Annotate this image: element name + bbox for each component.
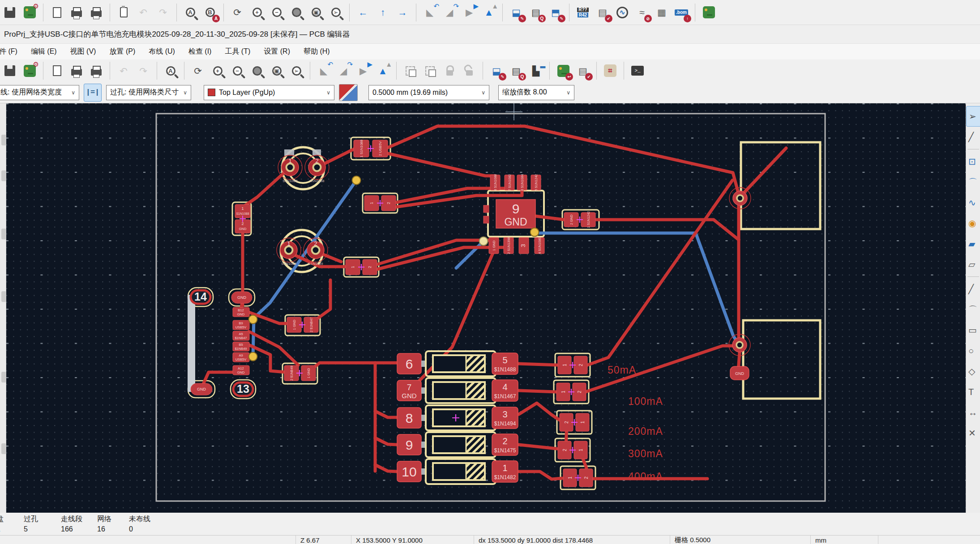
label-100mA[interactable]: 100mA (628, 395, 663, 407)
menu-place[interactable]: 放置 (P) (103, 44, 142, 60)
zoom-out-icon[interactable]: − (229, 62, 246, 79)
plot-icon[interactable] (88, 62, 105, 79)
zoom-fit-icon[interactable] (248, 62, 265, 79)
draw-circle-icon[interactable]: ○ (966, 340, 980, 361)
new-page-icon[interactable] (48, 4, 65, 21)
ratsnest-icon[interactable]: ⌗ (602, 62, 619, 79)
flip-horizontal-icon[interactable]: ▶▶ (461, 4, 478, 21)
highlight-net-icon[interactable]: ⊡ (966, 151, 980, 172)
undo-icon[interactable]: ↶ (115, 62, 132, 79)
find-replace-icon[interactable]: BA (201, 4, 218, 21)
draw-rect-icon[interactable]: ▭ (966, 320, 980, 340)
page-settings-icon[interactable] (48, 62, 65, 79)
rule-area-icon[interactable]: ▱ (966, 254, 980, 275)
zoom-objects-icon[interactable]: ▣ (268, 62, 285, 79)
rotate-cw-icon[interactable]: ◢↷ (335, 62, 352, 79)
via-size-select[interactable]: 过孔: 使用网络类尺寸 ∨ (106, 85, 191, 100)
menu-help[interactable]: 帮助 (H) (297, 44, 337, 60)
label-300mA[interactable]: 300mA (628, 448, 663, 459)
delete-tool-icon[interactable]: ✕ (966, 423, 980, 443)
flip-vertical-icon[interactable]: ▲▲ (480, 4, 497, 21)
nav-left-icon[interactable]: ← (355, 4, 372, 21)
footprint-editor-icon[interactable]: ⬓✎ (508, 4, 525, 21)
draw-line-icon[interactable]: ╱ (966, 279, 980, 299)
undo-icon[interactable]: ↶ (135, 4, 152, 21)
layer-select[interactable]: Top Layer (PgUp) ∨ (204, 85, 334, 100)
zoom-out-icon[interactable]: − (268, 4, 285, 21)
erc-checklist-icon[interactable]: ▤✔ (594, 4, 611, 21)
ungroup-icon[interactable] (421, 62, 438, 79)
nav-up-icon[interactable]: ↑ (374, 4, 391, 21)
update-pcb-from-schematic-icon[interactable]: ↩ (555, 62, 572, 79)
track-width-select[interactable]: 线: 使用网络类宽度 ∨ (0, 85, 79, 100)
footprint-update-icon[interactable]: ⬒✎ (547, 4, 564, 21)
add-text-icon[interactable]: T (966, 382, 980, 402)
menu-view[interactable]: 视图 (V) (64, 44, 103, 60)
grid-select[interactable]: 0.5000 mm (19.69 mils) ∨ (368, 85, 489, 100)
footprint-browser-icon[interactable]: ▤Q (527, 4, 544, 21)
board-setup-icon[interactable]: ⚙ (21, 62, 38, 79)
paste-icon[interactable] (115, 4, 132, 21)
tune-length-icon[interactable]: ∿ (966, 192, 980, 213)
find-icon[interactable]: A (182, 4, 199, 21)
menu-route[interactable]: 布线 (U) (142, 44, 182, 60)
footprint-editor-icon[interactable]: ⬓✎ (488, 62, 505, 79)
zoom-objects-icon[interactable]: ▣ (308, 4, 325, 21)
zoom-in-icon[interactable]: + (248, 4, 265, 21)
menu-edit[interactable]: 编辑 (E) (24, 44, 64, 60)
rotate-ccw-icon[interactable]: ◣↶ (315, 62, 332, 79)
zoom-selection-icon[interactable]: ➢ (327, 4, 344, 21)
zoom-selection-icon[interactable]: ➢ (288, 62, 305, 79)
label-400mA[interactable]: 400mA (628, 471, 663, 482)
simulator-icon[interactable]: ∿ (614, 4, 631, 21)
refresh-icon[interactable]: ⟳ (189, 62, 206, 79)
bom-export-icon[interactable]: .bom↑ (673, 4, 690, 21)
add-zone-icon[interactable]: ▰ (966, 234, 980, 254)
route-tracks-icon[interactable]: ⌒ (966, 172, 980, 192)
menu-tools[interactable]: 工具 (T) (218, 44, 257, 60)
redo-icon[interactable]: ↷ (135, 62, 152, 79)
find-icon[interactable]: A (162, 62, 179, 79)
draw-polygon-icon[interactable]: ◇ (966, 361, 980, 382)
add-via-icon[interactable]: ◉ (966, 213, 980, 234)
zoom-fit-icon[interactable] (288, 4, 305, 21)
rotate-cw-icon[interactable]: ◢↷ (441, 4, 458, 21)
draw-arc-icon[interactable]: ⌒ (966, 299, 980, 320)
footprint-browser-icon[interactable]: ▤Q (508, 62, 525, 79)
exchange-footprints-icon[interactable]: ▙▂ (527, 62, 544, 79)
save-icon[interactable] (1, 4, 18, 21)
nav-right-icon[interactable]: → (394, 4, 411, 21)
edge-connector[interactable] (188, 295, 195, 392)
array-table-icon[interactable]: ▦ (653, 4, 670, 21)
local-ratsnest-icon[interactable]: ╱ (966, 127, 980, 147)
menu-preferences[interactable]: 设置 (R) (257, 44, 297, 60)
annotate-icon[interactable]: R??R42 (574, 4, 591, 21)
zoom-in-icon[interactable]: + (209, 62, 226, 79)
drc-check-icon[interactable]: ▤✔ (574, 62, 591, 79)
lock-icon[interactable] (441, 62, 458, 79)
zoom-select[interactable]: 缩放倍数 8.00 ∨ (498, 85, 574, 100)
group-icon[interactable] (402, 62, 419, 79)
label-50mA[interactable]: 50mA (608, 364, 636, 376)
refresh-icon[interactable]: ⟳ (229, 4, 246, 21)
print-icon[interactable] (68, 62, 85, 79)
open-pcb-icon[interactable] (700, 4, 717, 21)
rotate-ccw-icon[interactable]: ◣↶ (421, 4, 438, 21)
scripting-console-icon[interactable]: >_ (629, 62, 646, 79)
select-tool-icon[interactable]: ➢ (966, 106, 980, 127)
unlock-icon[interactable] (461, 62, 478, 79)
print-icon[interactable] (68, 4, 85, 21)
redo-icon[interactable]: ↷ (154, 4, 171, 21)
dip-switch[interactable]: 6 5 $1N1488 7 GND 4 $1N1467 8 3 $1N1494 (397, 351, 518, 484)
tune-icon[interactable]: ≈⊘ (633, 4, 650, 21)
pcb-canvas[interactable]: 1 2 S1N1088 S1N1138 1 2 S1N1084 S1N1139 … (6, 103, 966, 513)
plot-icon[interactable] (88, 4, 105, 21)
board-setup-icon[interactable]: ⚙ (21, 4, 38, 21)
label-200mA[interactable]: 200mA (628, 425, 663, 437)
flip-vertical-icon[interactable]: ▲▲ (374, 62, 391, 79)
menu-file[interactable]: 件 (F) (0, 44, 24, 60)
menu-inspect[interactable]: 检查 (I) (182, 44, 218, 60)
dimension-icon[interactable]: ↔ (966, 402, 980, 423)
flip-horizontal-icon[interactable]: ▶▶ (355, 62, 372, 79)
save-icon[interactable] (1, 62, 18, 79)
